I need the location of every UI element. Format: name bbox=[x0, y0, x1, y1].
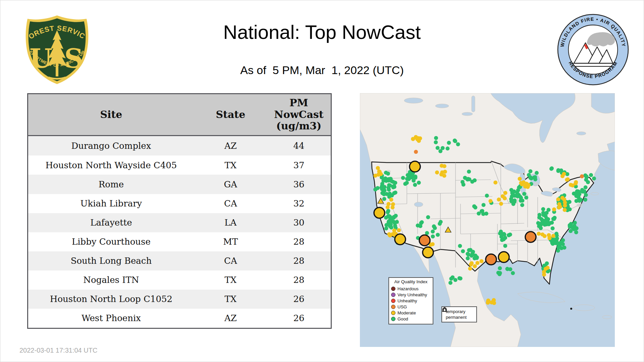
monitor-dot-moderate bbox=[435, 171, 439, 175]
marker-legend-item: temporary bbox=[444, 309, 474, 314]
monitor-dot-moderate bbox=[468, 266, 472, 270]
monitor-dot-good bbox=[550, 166, 554, 170]
aqi-legend-title: Air Quality Index bbox=[391, 279, 431, 284]
monitor-dot-moderate bbox=[543, 234, 547, 238]
monitor-dot-good bbox=[481, 212, 485, 216]
usg-swatch-icon bbox=[391, 305, 395, 309]
monitor-dot-moderate bbox=[557, 202, 561, 206]
cell-value: 37 bbox=[267, 156, 331, 175]
monitor-dot-moderate bbox=[537, 232, 541, 236]
highlight-site-marker bbox=[525, 232, 536, 242]
monitor-dot-good bbox=[583, 198, 587, 202]
monitor-dot-moderate bbox=[476, 261, 480, 265]
monitor-dot-good bbox=[518, 195, 522, 199]
monitor-dot-good bbox=[434, 140, 438, 144]
monitor-dot-moderate bbox=[545, 266, 549, 270]
monitor-dot-good bbox=[436, 146, 440, 150]
monitor-dot-good bbox=[550, 221, 554, 225]
col-pm-line: NowCast bbox=[267, 109, 330, 121]
page-title: National: Top NowCast bbox=[0, 21, 644, 43]
monitor-dot-good bbox=[482, 203, 486, 207]
monitor-dot-good bbox=[503, 244, 507, 248]
monitor-dot-moderate bbox=[542, 273, 546, 277]
highlight-site-marker bbox=[374, 207, 385, 218]
monitor-dot-moderate bbox=[387, 232, 391, 236]
monitor-dot-moderate bbox=[503, 191, 507, 195]
monitor-dot-good bbox=[410, 175, 414, 179]
monitor-dot-moderate bbox=[443, 170, 447, 174]
cell-value: 36 bbox=[267, 175, 331, 194]
monitor-dot-good bbox=[551, 226, 555, 230]
monitor-dot-moderate bbox=[552, 207, 556, 212]
monitor-dot-good bbox=[582, 189, 586, 193]
monitor-dot-good bbox=[575, 194, 579, 198]
aqi-legend-label: Hazardous bbox=[397, 286, 419, 291]
monitor-dot-moderate bbox=[439, 173, 443, 177]
monitor-dot-good bbox=[544, 217, 548, 221]
monitor-dot-moderate bbox=[397, 228, 401, 232]
cell-site: West Phoenix bbox=[28, 309, 194, 328]
cell-site: Houston North Loop C1052 bbox=[28, 290, 194, 309]
good-swatch-icon bbox=[391, 317, 395, 321]
table-row: RomeGA36 bbox=[28, 175, 331, 194]
monitor-dot-good bbox=[431, 230, 435, 234]
aqi-legend: Air Quality Index HazardousVery Unhealth… bbox=[388, 277, 433, 324]
monitor-dot-good bbox=[485, 194, 489, 198]
monitor-dot-good bbox=[502, 232, 506, 236]
table-row: Libby CourthouseMT28 bbox=[28, 232, 331, 251]
monitor-dot-good bbox=[503, 236, 507, 240]
aqi-legend-item: Moderate bbox=[391, 310, 431, 316]
monitor-dot-good bbox=[510, 191, 514, 195]
table-row: Nogales ITNTX28 bbox=[28, 270, 331, 290]
table-header-row: Site State PMNowCast(ug/m3) bbox=[28, 94, 331, 136]
monitor-dot-good bbox=[380, 187, 384, 191]
highlight-site-marker bbox=[395, 234, 406, 245]
monitor-dot-good bbox=[450, 276, 454, 280]
unhealthy-swatch-icon bbox=[391, 299, 395, 303]
aqi-legend-items: HazardousVery UnhealthyUnhealthyUSGModer… bbox=[391, 286, 431, 322]
small-island bbox=[570, 308, 572, 310]
monitor-dot-good bbox=[528, 169, 532, 173]
monitor-dot-good bbox=[458, 276, 462, 280]
monitor-dot-good bbox=[386, 186, 390, 190]
cell-value: 26 bbox=[267, 309, 331, 328]
monitor-dot-moderate bbox=[431, 242, 435, 246]
table-row: Ukiah LibraryCA32 bbox=[28, 194, 331, 213]
monitor-dot-good bbox=[575, 226, 579, 230]
monitor-dot-good bbox=[462, 183, 466, 187]
cell-state: CA bbox=[194, 194, 267, 213]
marker-legend-label: permanent bbox=[446, 315, 467, 320]
page-subtitle: As of 5 PM, Mar 1, 2022 (UTC) bbox=[0, 64, 644, 77]
cell-site: Libby Courthouse bbox=[28, 232, 194, 251]
monitor-dot-good bbox=[439, 220, 443, 224]
monitor-dot-moderate bbox=[469, 262, 473, 266]
monitor-dot-moderate bbox=[518, 177, 522, 181]
monitor-dot-good bbox=[579, 198, 583, 202]
monitor-dot-good bbox=[532, 175, 536, 179]
cell-site: Ukiah Library bbox=[28, 194, 194, 213]
monitor-dot-good bbox=[431, 235, 435, 239]
monitor-dot-good bbox=[448, 281, 452, 285]
cell-state: LA bbox=[194, 213, 267, 232]
monitor-dot-moderate bbox=[373, 174, 377, 178]
monitor-dot-good bbox=[433, 226, 437, 230]
monitor-dot-moderate bbox=[551, 234, 555, 238]
monitor-dot-good bbox=[507, 233, 511, 237]
monitor-dot-good bbox=[434, 136, 438, 140]
marker-legend-item: permanent bbox=[444, 314, 474, 320]
monitor-dot-good bbox=[387, 193, 391, 197]
aqi-legend-label: Moderate bbox=[397, 310, 416, 315]
monitor-dot-moderate bbox=[488, 199, 492, 203]
cell-state: MT bbox=[194, 232, 267, 251]
monitor-dot-good bbox=[469, 248, 473, 252]
monitor-dot-moderate bbox=[492, 298, 496, 302]
table-row: Houston North Wayside C405TX37 bbox=[28, 156, 331, 175]
cell-value: 28 bbox=[267, 270, 331, 290]
cell-state: CA bbox=[194, 251, 267, 270]
monitor-dot-moderate bbox=[416, 137, 420, 141]
monitor-dot-good bbox=[589, 173, 593, 177]
highlight-site-marker bbox=[486, 254, 496, 265]
monitor-dot-good bbox=[584, 178, 588, 182]
monitor-dot-good bbox=[568, 225, 572, 229]
monitor-dot-good bbox=[405, 181, 409, 185]
